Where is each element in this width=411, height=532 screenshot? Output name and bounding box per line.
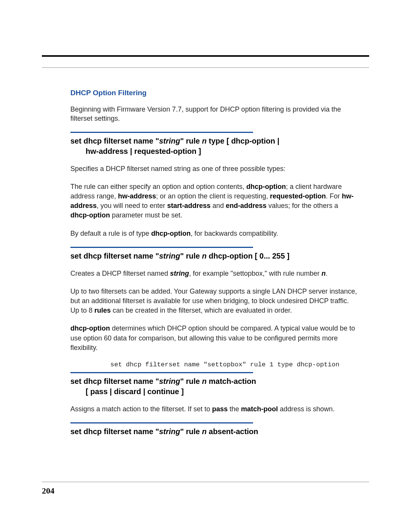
cmd-param: n xyxy=(202,427,207,436)
text-run: address is shown. xyxy=(278,405,335,413)
page-content: DHCP Option Filtering Beginning with Fir… xyxy=(42,89,369,437)
cmd-param: n xyxy=(202,252,207,260)
divider-rule xyxy=(70,247,253,248)
cmd-text: " rule xyxy=(180,377,202,385)
footer-rule xyxy=(42,482,369,482)
paragraph: By default a rule is of type dhcp-option… xyxy=(70,229,358,238)
text-run: Assigns a match action to the filterset.… xyxy=(70,405,212,413)
paragraph: Specifies a DHCP filterset named string … xyxy=(70,164,358,174)
text-run: and xyxy=(210,202,226,209)
page-number: 204 xyxy=(42,486,369,496)
paragraph: Creates a DHCP filterset named string, f… xyxy=(70,269,358,278)
text-run: . For xyxy=(326,192,342,200)
text-bolditalic: string xyxy=(170,270,189,277)
paragraph: Assigns a match action to the filterset.… xyxy=(70,404,358,414)
intro-paragraph: Beginning with Firmware Version 7.7, sup… xyxy=(70,105,358,123)
text-bolditalic: n xyxy=(322,270,326,277)
section-heading: DHCP Option Filtering xyxy=(70,89,358,97)
cmd-text: [ pass | discard | continue ] xyxy=(70,387,184,397)
cmd-text: dhcp-option [ 0... 255 ] xyxy=(207,252,290,260)
cmd-param: n xyxy=(202,377,207,385)
cmd-text: set dhcp filterset name " xyxy=(70,427,159,436)
text-bold: start-address xyxy=(167,202,210,209)
cmd-text: match-action xyxy=(207,377,256,385)
cmd-text: " rule xyxy=(180,427,202,436)
cmd-text: set dhcp filterset name " xyxy=(70,252,159,260)
paragraph: dhcp-option determines which DHCP option… xyxy=(70,324,358,353)
text-run: can be created in the filterset, which a… xyxy=(111,307,292,314)
text-run: , you will need to enter xyxy=(97,202,167,209)
text-bold: requested-option xyxy=(270,192,326,200)
text-bold: rules xyxy=(94,307,111,314)
command-heading-type: set dhcp filterset name "string" rule n … xyxy=(70,136,358,157)
top-rule xyxy=(42,55,369,57)
command-heading-dhcp-option: set dhcp filterset name "string" rule n … xyxy=(70,251,358,261)
text-bold: hw-address xyxy=(118,192,156,200)
text-run: . xyxy=(326,270,328,277)
text-bold: dhcp-option xyxy=(70,324,110,332)
cmd-param: string xyxy=(159,427,180,436)
text-bold: match-pool xyxy=(241,405,278,413)
text-run: Creates a DHCP filterset named xyxy=(70,270,170,277)
cmd-param: string xyxy=(159,377,180,385)
text-bold: dhcp-option xyxy=(246,183,286,190)
code-example: set dhcp filterset name "settopbox" rule… xyxy=(70,361,358,368)
cmd-param: string xyxy=(159,252,180,260)
cmd-text: hw-address | requested-option ] xyxy=(70,146,201,157)
text-run: By default a rule is of type xyxy=(70,230,151,237)
divider-rule xyxy=(70,132,253,133)
cmd-text: " rule xyxy=(180,137,202,145)
paragraph: The rule can either specify an option an… xyxy=(70,182,358,220)
divider-rule xyxy=(70,372,253,373)
text-run: The rule can either specify an option an… xyxy=(70,183,246,190)
command-heading-absent-action: set dhcp filterset name "string" rule n … xyxy=(70,427,358,437)
text-bold: dhcp-option xyxy=(151,230,191,237)
paragraph: Up to two filtersets can be added. Your … xyxy=(70,287,358,316)
cmd-text: " rule xyxy=(180,252,202,260)
page-footer: 204 xyxy=(42,482,369,496)
text-run: determines which DHCP option should be c… xyxy=(70,324,355,351)
command-heading-match-action: set dhcp filterset name "string" rule n … xyxy=(70,376,358,397)
cmd-param: string xyxy=(159,137,180,145)
text-run: values; for the others a xyxy=(266,202,338,209)
text-bold: dhcp-option xyxy=(70,211,110,219)
header-rule xyxy=(42,67,369,68)
cmd-text: absent-action xyxy=(207,427,258,436)
text-run: parameter must be set. xyxy=(110,211,182,219)
text-run: , for example "settopbox," with rule num… xyxy=(189,270,322,277)
divider-rule xyxy=(70,422,253,423)
cmd-param: n xyxy=(202,137,207,145)
cmd-text: set dhcp filterset name " xyxy=(70,377,159,385)
text-bold: pass xyxy=(212,405,228,413)
text-bold: end-address xyxy=(226,202,266,209)
text-run: , for backwards compatibility. xyxy=(191,230,278,237)
cmd-text: type [ dhcp-option | xyxy=(207,137,279,145)
text-run: the xyxy=(228,405,241,413)
cmd-text: set dhcp filterset name " xyxy=(70,137,159,145)
text-run: ; or an option the client is requesting, xyxy=(156,192,270,200)
